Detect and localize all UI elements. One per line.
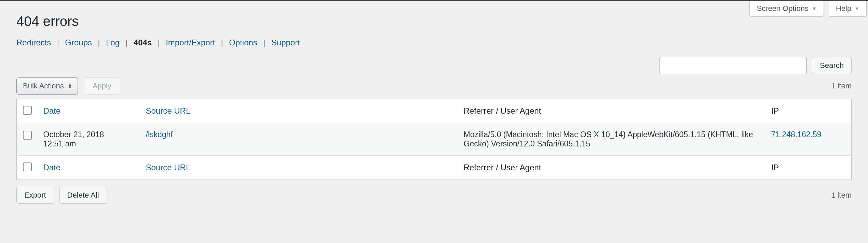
row-referrer-cell: Mozilla/5.0 (Macintosh; Intel Mac OS X 1… xyxy=(464,123,771,156)
row-checkbox-cell xyxy=(17,123,43,156)
nav-separator: | xyxy=(219,38,226,47)
table-row: October 21, 2018 12:51 am /lskdghf Mozil… xyxy=(17,123,852,156)
col-checkbox-header xyxy=(17,99,43,123)
tablenav-left: Bulk Actions ▲▼ Apply xyxy=(16,77,119,95)
row-url-link[interactable]: /lskdghf xyxy=(146,130,173,139)
col-ip-footer: IP xyxy=(771,156,852,180)
chevron-down-icon: ▼ xyxy=(855,6,859,11)
screen-options-label: Screen Options xyxy=(757,4,809,13)
export-button[interactable]: Export xyxy=(16,187,54,204)
sort-source-link[interactable]: Source URL xyxy=(146,106,191,115)
nav-404s-current[interactable]: 404s xyxy=(134,38,152,47)
item-count-top: 1 item xyxy=(831,82,852,90)
select-arrows-icon: ▲▼ xyxy=(68,83,72,89)
col-referrer-footer: Referrer / User Agent xyxy=(464,156,771,180)
nav-separator: | xyxy=(123,38,130,47)
row-checkbox[interactable] xyxy=(23,131,32,140)
col-ip-header: IP xyxy=(771,99,852,123)
sub-nav: Redirects | Groups | Log | 404s | Import… xyxy=(16,38,852,47)
nav-import-export[interactable]: Import/Export xyxy=(166,38,215,47)
nav-log[interactable]: Log xyxy=(106,38,120,47)
nav-support[interactable]: Support xyxy=(271,38,300,47)
help-label: Help xyxy=(836,4,851,13)
col-date-footer: Date xyxy=(43,156,146,180)
apply-button[interactable]: Apply xyxy=(85,77,119,95)
select-all-checkbox-footer[interactable] xyxy=(23,162,32,171)
nav-separator: | xyxy=(55,38,62,47)
search-row: Search xyxy=(16,57,852,74)
col-referrer-header: Referrer / User Agent xyxy=(464,99,771,123)
table-body: October 21, 2018 12:51 am /lskdghf Mozil… xyxy=(17,123,852,156)
bulk-actions-select[interactable]: Bulk Actions ▲▼ xyxy=(16,77,78,95)
col-date-header: Date xyxy=(43,99,146,123)
page-title: 404 errors xyxy=(16,14,852,29)
item-count-bottom: 1 item xyxy=(831,191,852,200)
sort-source-link-footer[interactable]: Source URL xyxy=(146,163,191,172)
bulk-actions-label: Bulk Actions xyxy=(23,82,64,90)
delete-all-button[interactable]: Delete All xyxy=(59,187,107,204)
row-ip-link[interactable]: 71.248.162.59 xyxy=(771,130,822,139)
table-head: Date Source URL Referrer / User Agent IP xyxy=(17,99,852,123)
col-checkbox-footer xyxy=(17,156,43,180)
bottom-actions-left: Export Delete All xyxy=(16,187,107,204)
search-input[interactable] xyxy=(660,57,806,74)
col-source-footer: Source URL xyxy=(146,156,464,180)
nav-separator: | xyxy=(155,38,162,47)
tablenav-top: Bulk Actions ▲▼ Apply 1 item xyxy=(16,77,852,95)
help-button[interactable]: Help ▼ xyxy=(829,1,867,17)
row-url-cell: /lskdghf xyxy=(146,123,464,156)
row-date-cell: October 21, 2018 12:51 am xyxy=(43,123,146,156)
tablenav-bottom: Export Delete All 1 item xyxy=(16,187,852,204)
chevron-down-icon: ▼ xyxy=(812,6,817,11)
col-source-header: Source URL xyxy=(146,99,464,123)
select-all-checkbox[interactable] xyxy=(23,106,32,115)
row-ip-cell: 71.248.162.59 xyxy=(771,123,852,156)
nav-groups[interactable]: Groups xyxy=(65,38,92,47)
sort-date-link[interactable]: Date xyxy=(43,106,61,115)
search-button[interactable]: Search xyxy=(812,57,852,74)
nav-separator: | xyxy=(96,38,103,47)
sort-date-link-footer[interactable]: Date xyxy=(43,163,61,172)
nav-options[interactable]: Options xyxy=(229,38,257,47)
row-date-line2: 12:51 am xyxy=(43,139,140,148)
row-date-line1: October 21, 2018 xyxy=(43,130,140,139)
page-root: Screen Options ▼ Help ▼ 404 errors Redir… xyxy=(0,0,868,217)
table-foot: Date Source URL Referrer / User Agent IP xyxy=(17,156,852,180)
content-wrap: Screen Options ▼ Help ▼ 404 errors Redir… xyxy=(0,1,868,217)
screen-options-button[interactable]: Screen Options ▼ xyxy=(749,1,824,17)
screen-meta-links: Screen Options ▼ Help ▼ xyxy=(749,1,868,17)
nav-redirects[interactable]: Redirects xyxy=(16,38,51,47)
nav-separator: | xyxy=(261,38,268,47)
errors-table: Date Source URL Referrer / User Agent IP… xyxy=(16,99,852,180)
